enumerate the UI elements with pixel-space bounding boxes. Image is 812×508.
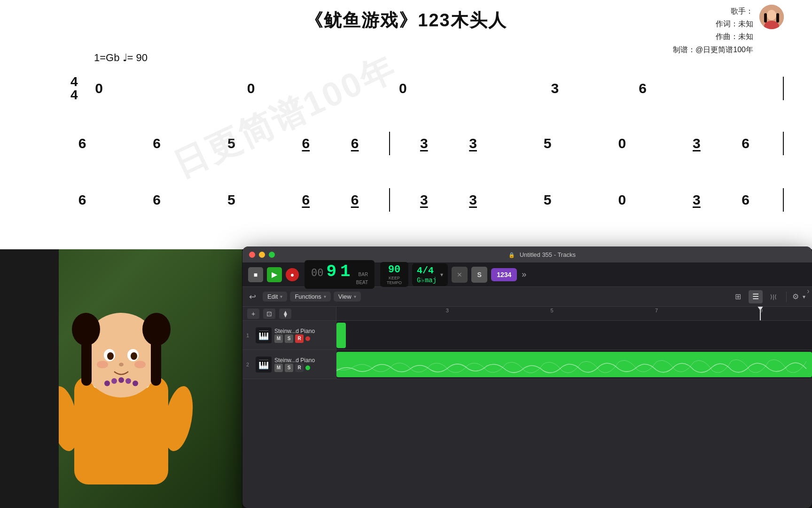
note: 6 — [631, 80, 655, 96]
track-icon-1: 🎹 — [256, 327, 272, 343]
staff-row-2: 6 6 5 6 6 3 3 5 0 3 6 — [70, 132, 784, 155]
sheet-meta: 歌手： 作词：未知 作曲：未知 制谱：@日更简谱100年 — [673, 5, 784, 56]
note: 3 — [685, 135, 708, 151]
lyrics-label: 作词：未知 — [673, 17, 753, 30]
bar-label: BAR — [359, 272, 368, 279]
track-name-2: Steinw...d Piano — [274, 357, 332, 364]
singer-avatar — [759, 5, 784, 29]
forward-button[interactable]: » — [522, 270, 526, 279]
track-buttons-1: M S R — [274, 334, 332, 343]
settings-icon[interactable]: ⚙ — [792, 292, 799, 301]
smart-button[interactable]: ⟩|⟨ — [766, 290, 781, 303]
bar-line — [389, 188, 390, 212]
staff-row-3: 6 6 5 6 6 3 3 5 0 3 6 — [70, 188, 784, 212]
track-row-1: 1 🎹 Steinw...d Piano M S R — [242, 321, 812, 350]
list-view-button[interactable]: ☰ — [749, 290, 763, 303]
time-sig-key-display[interactable]: 4/4 G♭maj ▾ — [412, 263, 448, 286]
track-controls-header: + ⊡ ⧫ — [242, 307, 336, 320]
solo-button-1[interactable]: S — [285, 334, 293, 343]
track-active-dot-1 — [305, 336, 310, 341]
score-label: 制谱：@日更简谱100年 — [673, 43, 753, 56]
time-signature: 4 4 — [70, 75, 78, 102]
add-track-button[interactable]: + — [247, 309, 259, 319]
functions-menu[interactable]: Functions ▾ — [290, 292, 330, 302]
note: 6 — [734, 192, 757, 208]
cycle-button[interactable]: ✕ — [452, 267, 468, 283]
tracks-area: + ⊡ ⧫ 3 5 7 9 › 1 — [242, 307, 812, 379]
note: 6 — [145, 192, 169, 208]
music-label: 作曲：未知 — [673, 30, 753, 43]
record-button[interactable]: ● — [286, 268, 299, 281]
timeline-header: + ⊡ ⧫ 3 5 7 9 › — [242, 307, 812, 321]
note: 3 — [685, 192, 708, 208]
tempo-display[interactable]: 90 KEEP TEMPO — [380, 262, 408, 287]
note: 3 — [543, 80, 567, 96]
edit-menu[interactable]: Edit ▾ — [263, 292, 287, 302]
note: 6 — [734, 135, 757, 151]
note: 6 — [294, 135, 318, 151]
bar-line — [389, 132, 390, 155]
midi-block-large-2[interactable] — [336, 352, 812, 377]
grid-view-button[interactable]: ⊞ — [731, 290, 745, 303]
track-content-2[interactable] — [336, 350, 812, 379]
bar-number: 9 — [327, 262, 338, 281]
toolbar-icons: ⊞ ☰ ⟩|⟨ ⚙ ▾ — [731, 290, 805, 303]
note: 5 — [219, 192, 243, 208]
note: 0 — [87, 80, 111, 96]
doll-figure — [41, 282, 201, 508]
track-number-2: 2 — [246, 362, 253, 367]
note: 6 — [70, 135, 94, 151]
track-name-1: Steinw...d Piano — [274, 328, 332, 334]
svg-rect-4 — [776, 13, 779, 23]
close-button[interactable] — [249, 252, 255, 258]
scroll-right-button[interactable]: › — [804, 307, 812, 322]
ruler: 3 5 7 9 — [336, 307, 812, 320]
note: 0 — [239, 80, 263, 96]
mute-button-2[interactable]: M — [274, 364, 283, 372]
ruler-tick-5: 5 — [550, 307, 553, 313]
beat-label: BEAT — [356, 280, 368, 287]
add-region-button[interactable]: ⊡ — [263, 309, 275, 319]
track-icon-2: 🎹 — [256, 357, 272, 373]
daw-window: 🔒 Untitled 355 - Tracks ■ ▶ ● 00 9 1 BAR… — [242, 246, 812, 508]
stop-button[interactable]: ■ — [248, 267, 263, 282]
record-arm-button-1[interactable]: R — [295, 334, 304, 343]
svg-point-18 — [134, 361, 146, 368]
ruler-tick-7: 7 — [655, 307, 658, 313]
staff-row-1: 4 4 0 0 0 3 6 — [70, 75, 784, 102]
svg-rect-10 — [81, 339, 92, 386]
svg-rect-3 — [764, 13, 767, 23]
view-menu[interactable]: View ▾ — [334, 292, 361, 302]
tempo-label: KEEP — [385, 276, 404, 280]
svg-point-21 — [118, 377, 124, 383]
svg-point-23 — [133, 381, 138, 386]
add-marker-button[interactable]: ⧫ — [279, 309, 291, 319]
tempo-label2: TEMPO — [385, 280, 404, 285]
playhead-triangle — [757, 307, 764, 310]
track-number-1: 1 — [246, 333, 253, 338]
beat-number: 1 — [340, 262, 351, 281]
play-button[interactable]: ▶ — [267, 267, 282, 282]
track-header-2: 2 🎹 Steinw...d Piano M S R — [242, 350, 336, 379]
playhead[interactable] — [760, 307, 761, 320]
key-tempo: 1=Gb ♩= 90 — [94, 52, 148, 64]
minimize-button[interactable] — [259, 252, 265, 258]
track-active-dot-2 — [305, 365, 310, 370]
ts-dropdown-arrow: ▾ — [440, 271, 443, 278]
s-button[interactable]: S — [471, 267, 487, 283]
svg-point-19 — [104, 381, 110, 386]
midi-in-button[interactable]: 1234 — [491, 268, 517, 281]
mute-button-1[interactable]: M — [274, 334, 283, 343]
divider — [786, 292, 787, 302]
record-arm-button-2[interactable]: R — [295, 364, 304, 372]
track-content-1[interactable] — [336, 321, 812, 349]
daw-title: 🔒 Untitled 355 - Tracks — [279, 251, 805, 258]
track-buttons-2: M S R — [274, 364, 332, 372]
maximize-button[interactable] — [269, 252, 275, 258]
back-button[interactable]: ↩ — [249, 292, 256, 302]
note: 6 — [145, 135, 169, 151]
svg-point-22 — [125, 378, 131, 384]
midi-block-short-1[interactable] — [336, 323, 346, 348]
transport-bar: ■ ▶ ● 00 9 1 BAR BEAT 90 KEEP TEMPO 4/4 … — [242, 262, 812, 287]
solo-button-2[interactable]: S — [285, 364, 293, 372]
